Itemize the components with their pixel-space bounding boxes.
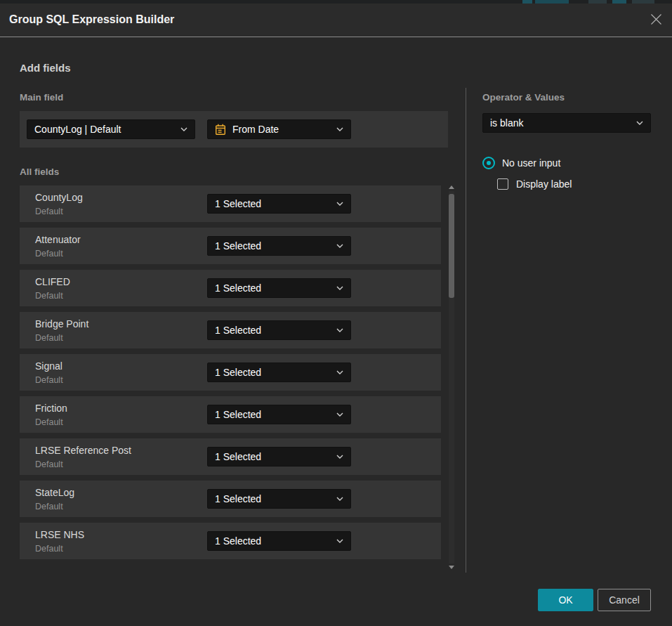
field-name: CountyLog [35,192,83,203]
layer-select-dropdown[interactable]: CountyLog | Default [27,119,195,139]
row-selected-dropdown-label: 1 Selected [215,282,331,294]
row-selected-dropdown[interactable]: 1 Selected [207,236,351,256]
field-row: LRSE NHS Default 1 Selected [20,523,441,559]
date-field-select-dropdown[interactable]: From Date [207,119,351,139]
radio-selected-icon [482,157,495,169]
field-name: LRSE Reference Post [35,445,131,456]
field-name: LRSE NHS [35,529,84,540]
display-label-text: Display label [516,178,572,190]
row-selected-dropdown-label: 1 Selected [215,493,331,504]
checkbox-unchecked-icon [497,178,508,190]
field-subtitle: Default [35,333,63,343]
field-name: Friction [35,403,67,414]
operator-select-dropdown[interactable]: is blank [482,113,651,133]
chevron-down-icon [336,412,343,417]
field-row: StateLog Default 1 Selected [20,481,441,517]
chevron-down-icon [336,328,343,332]
layer-select-value: CountyLog | Default [34,124,175,135]
row-selected-dropdown[interactable]: 1 Selected [207,489,351,509]
chevron-down-icon [336,127,343,131]
row-selected-dropdown-label: 1 Selected [215,409,331,420]
no-user-input-label: No user input [502,157,560,169]
row-selected-dropdown-label: 1 Selected [215,198,331,209]
field-subtitle: Default [35,544,63,554]
scrollbar-thumb[interactable] [449,194,454,298]
chevron-down-icon [336,370,343,374]
field-name: CLIFED [35,276,70,287]
field-row: CLIFED Default 1 Selected [20,270,441,306]
field-row: Signal Default 1 Selected [20,354,441,391]
dialog-title: Group SQL Expression Builder [9,13,174,26]
date-field-select-value: From Date [232,124,331,135]
display-label-checkbox[interactable]: Display label [497,178,572,190]
field-name: Signal [35,360,62,372]
main-field-panel: CountyLog | Default From Date [20,111,448,148]
field-row: LRSE Reference Post Default 1 Selected [20,438,441,475]
operator-values-label: Operator & Values [482,92,565,103]
field-name: StateLog [35,487,74,498]
all-fields-list: CountyLog Default 1 Selected Attenuator … [20,185,441,565]
field-subtitle: Default [35,417,63,427]
row-selected-dropdown-label: 1 Selected [215,535,331,547]
field-row: Attenuator Default 1 Selected [20,228,441,264]
row-selected-dropdown[interactable]: 1 Selected [207,194,351,214]
group-sql-expression-builder-dialog: Group SQL Expression Builder Add fields … [0,4,672,626]
scrollbar-up-arrow-icon[interactable] [449,185,454,189]
cancel-button[interactable]: Cancel [598,589,651,611]
chevron-down-icon [336,497,343,501]
chevron-down-icon [336,539,343,543]
chevron-down-icon [336,455,343,459]
vertical-divider [466,88,466,573]
no-user-input-radio[interactable]: No user input [482,157,560,169]
row-selected-dropdown[interactable]: 1 Selected [207,363,351,382]
fields-scrollbar [447,184,456,570]
chevron-down-icon [636,121,643,125]
screen: Group SQL Expression Builder Add fields … [0,0,672,626]
row-selected-dropdown[interactable]: 1 Selected [207,320,351,340]
field-subtitle: Default [35,291,63,301]
field-name: Attenuator [35,234,81,245]
field-subtitle: Default [35,459,63,469]
operator-select-value: is blank [490,117,631,129]
row-selected-dropdown[interactable]: 1 Selected [207,447,351,467]
row-selected-dropdown-label: 1 Selected [215,325,331,336]
row-selected-dropdown[interactable]: 1 Selected [207,531,351,551]
field-subtitle: Default [35,375,63,385]
dialog-header: Group SQL Expression Builder [0,4,672,37]
row-selected-dropdown[interactable]: 1 Selected [207,278,351,298]
field-subtitle: Default [35,207,63,216]
field-row: CountyLog Default 1 Selected [20,185,441,222]
chevron-down-icon [336,202,343,206]
field-subtitle: Default [35,249,63,259]
add-fields-heading: Add fields [20,62,71,74]
chevron-down-icon [336,244,343,248]
field-name: Bridge Point [35,318,88,330]
close-button[interactable] [648,13,664,28]
scrollbar-down-arrow-icon[interactable] [449,566,454,569]
row-selected-dropdown-label: 1 Selected [215,451,331,462]
row-selected-dropdown-label: 1 Selected [215,367,331,378]
field-row: Bridge Point Default 1 Selected [20,312,441,348]
chevron-down-icon [180,127,187,131]
close-icon [650,13,662,27]
field-row: Friction Default 1 Selected [20,396,441,433]
chevron-down-icon [336,286,343,290]
row-selected-dropdown-label: 1 Selected [215,240,331,252]
all-fields-label: All fields [20,167,59,177]
ok-button[interactable]: OK [538,589,593,611]
row-selected-dropdown[interactable]: 1 Selected [207,405,351,424]
calendar-icon [215,124,226,136]
main-field-label: Main field [20,92,63,103]
field-subtitle: Default [35,502,63,511]
